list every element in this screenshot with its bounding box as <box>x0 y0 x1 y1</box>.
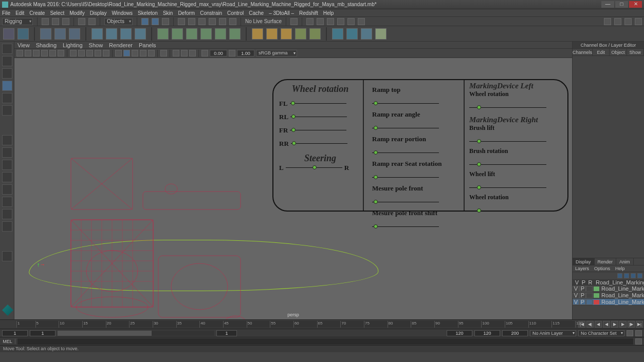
chtab-edit[interactable]: Edit <box>593 49 610 55</box>
menu-modify[interactable]: Modify <box>69 10 84 16</box>
sel-mode-icon[interactable] <box>141 18 149 25</box>
vp-lights-icon[interactable] <box>140 50 146 56</box>
layer-new-empty-icon[interactable] <box>631 273 636 278</box>
md-slider[interactable] <box>469 164 546 166</box>
vp-gamma-icon[interactable] <box>229 50 235 56</box>
wheel-FR-slider[interactable] <box>290 129 346 131</box>
menu-windows[interactable]: Windows <box>112 10 133 16</box>
panel-layout-icon[interactable] <box>614 18 621 25</box>
range-start-inner[interactable] <box>30 330 56 336</box>
vp-bookmark-icon[interactable] <box>33 50 40 56</box>
anim-layer-dropdown[interactable]: No Anim Layer <box>530 330 576 336</box>
layermenu-help[interactable]: Help <box>613 265 628 272</box>
layout-single-icon[interactable] <box>2 135 12 145</box>
current-frame[interactable] <box>216 330 237 336</box>
pose-icon[interactable] <box>375 28 387 40</box>
menu-redshift[interactable]: Redshift <box>299 10 318 16</box>
range-track[interactable] <box>58 331 214 336</box>
vp-xray-joints-icon[interactable] <box>181 50 188 56</box>
ramp-slider[interactable] <box>372 152 439 154</box>
minimize-button[interactable]: — <box>601 1 614 8</box>
vp-gate-mask-icon[interactable] <box>95 50 101 56</box>
ik-spline-icon[interactable] <box>69 28 80 40</box>
chtab-channels[interactable]: Channels <box>573 49 593 55</box>
vpmenu-renderer[interactable]: Renderer <box>109 42 133 48</box>
vp-xray-comp-icon[interactable] <box>189 50 196 56</box>
md-slider[interactable] <box>469 107 546 109</box>
md-slider[interactable] <box>469 187 546 189</box>
wrap-icon[interactable] <box>135 28 146 40</box>
skin-hammer-icon[interactable] <box>229 28 241 40</box>
vp-safe-icon[interactable] <box>103 50 109 56</box>
menu-deform[interactable]: Deform <box>178 10 195 16</box>
shelf-tool-icon[interactable] <box>17 28 29 40</box>
menu-dtoall[interactable]: – 3DtoAll – <box>269 10 294 16</box>
select-tool[interactable] <box>2 44 12 54</box>
render-layer-icon[interactable] <box>358 18 365 25</box>
construction-history-icon[interactable] <box>290 18 298 25</box>
range-end-outer[interactable] <box>474 330 500 336</box>
shelf-tool-icon[interactable] <box>3 28 14 40</box>
constraint-aim-icon[interactable] <box>309 28 321 40</box>
colorspace-dropdown[interactable]: sRGB gamma <box>256 50 297 56</box>
constraint-parent-icon[interactable] <box>252 28 263 40</box>
layermenu-layers[interactable]: Layers <box>573 265 592 272</box>
constraint-orient-icon[interactable] <box>281 28 292 40</box>
constraint-scale-icon[interactable] <box>295 28 306 40</box>
redo-icon[interactable] <box>88 18 96 25</box>
ipr-icon[interactable] <box>317 18 324 25</box>
paint-select-tool[interactable] <box>2 68 12 79</box>
script-lang-toggle[interactable]: MEL <box>0 339 15 344</box>
layout-custom-icon[interactable] <box>2 251 12 261</box>
layer-row[interactable]: VPRoad_Line_Marking_M <box>573 285 644 292</box>
menu-select[interactable]: Select <box>50 10 64 16</box>
panel-layout-icon[interactable] <box>624 18 632 25</box>
snap-plane-icon[interactable] <box>209 18 216 25</box>
script-editor-icon[interactable] <box>635 338 642 345</box>
ramp-slider[interactable] <box>372 103 439 105</box>
vpmenu-panels[interactable]: Panels <box>139 42 156 48</box>
steering-slider[interactable] <box>286 167 342 169</box>
snap-curve-icon[interactable] <box>188 18 195 25</box>
pose-icon[interactable] <box>361 28 372 40</box>
character-set-dropdown[interactable]: No Character Set <box>578 330 624 336</box>
lattice-icon[interactable] <box>91 28 103 40</box>
vpmenu-lighting[interactable]: Lighting <box>63 42 83 48</box>
range-end[interactable] <box>502 330 528 336</box>
menu-skeleton[interactable]: Skeleton <box>138 10 158 16</box>
wheel-RR-slider[interactable] <box>291 143 347 145</box>
snap-view-icon[interactable] <box>229 18 236 25</box>
chtab-object[interactable]: Object <box>610 49 627 55</box>
panel-layout-icon[interactable] <box>635 18 642 25</box>
menu-display[interactable]: Display <box>90 10 107 16</box>
maximize-button[interactable]: □ <box>615 1 628 8</box>
scale-tool[interactable] <box>2 105 12 116</box>
ramp-slider[interactable] <box>372 127 439 129</box>
chtab-show[interactable]: Show <box>627 49 644 55</box>
ramp-slider[interactable] <box>372 201 439 203</box>
menu-edit[interactable]: Edit <box>15 10 24 16</box>
menu-help[interactable]: Help <box>323 10 334 16</box>
layer-new-selected-icon[interactable] <box>637 273 642 278</box>
render-settings-icon[interactable] <box>327 18 334 25</box>
step-fwd-key-button[interactable]: |▶ <box>628 321 635 328</box>
wheel-FL-slider[interactable] <box>290 103 346 105</box>
new-scene-icon[interactable] <box>42 18 49 25</box>
ramp-slider[interactable] <box>372 226 439 228</box>
layertab-render[interactable]: Render <box>595 258 617 265</box>
layout-persp-icon[interactable] <box>2 160 12 170</box>
sel-mode-icon[interactable] <box>152 18 159 25</box>
vp-grid-icon[interactable] <box>70 50 77 56</box>
vp-film-gate-icon[interactable] <box>78 50 85 56</box>
play-fwd-button[interactable]: ▶ <box>611 321 618 328</box>
snap-grid-icon[interactable] <box>178 18 185 25</box>
render-layer-icon[interactable] <box>347 18 355 25</box>
layer-move-up-icon[interactable] <box>617 273 622 278</box>
md-slider[interactable] <box>469 141 546 143</box>
play-back-button[interactable]: ◀ <box>603 321 610 328</box>
step-back-button[interactable]: ◀ <box>595 321 602 328</box>
constraint-point-icon[interactable] <box>266 28 278 40</box>
menu-constrain[interactable]: Constrain <box>200 10 222 16</box>
step-back-key-button[interactable]: ◀| <box>586 321 594 328</box>
layout-script-icon[interactable] <box>2 221 12 232</box>
